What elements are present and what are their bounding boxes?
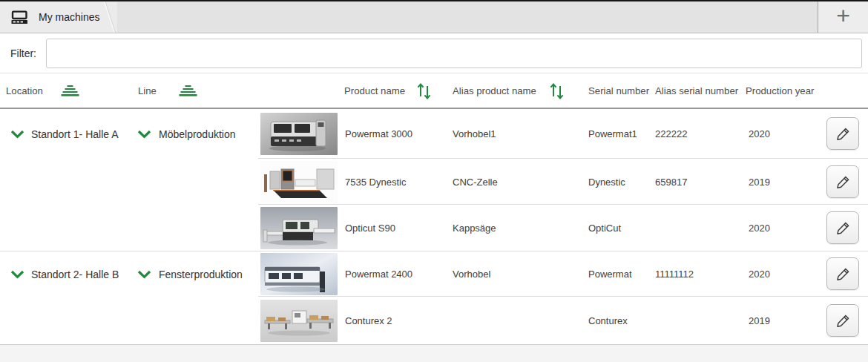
- table-row[interactable]: Conturex 2 Conturex 2019: [0, 297, 868, 344]
- serial-number-cell: OptiCut: [586, 223, 655, 234]
- machine-photo-conturex-2: [258, 300, 340, 342]
- my-machines-app: My machines + Filter: Location Line: [0, 0, 868, 362]
- line-chevron-down-icon[interactable]: [137, 130, 151, 139]
- product-name-cell: Conturex 2: [340, 315, 451, 326]
- edit-machine-button[interactable]: [826, 304, 859, 337]
- pencil-edit-icon: [835, 313, 851, 329]
- product-name-cell: Opticut S90: [340, 223, 451, 234]
- alias-serial-number-cell: 11111112: [655, 269, 746, 280]
- filter-label: Filter:: [10, 47, 36, 59]
- product-name-sort-up-down-icon[interactable]: [415, 81, 433, 101]
- column-header-line: Line: [138, 85, 157, 96]
- pencil-edit-icon: [835, 126, 851, 142]
- add-machine-button[interactable]: +: [829, 4, 858, 30]
- serial-number-cell: Powermat1: [586, 128, 655, 139]
- tab-label: My machines: [39, 11, 99, 23]
- edit-machine-button[interactable]: [826, 117, 859, 150]
- alias-product-name-cell: Vorhobel1: [451, 128, 586, 139]
- location-filter-lines-icon[interactable]: [61, 85, 79, 97]
- line-group-label: Fensterproduktion: [159, 269, 243, 280]
- pencil-edit-icon: [835, 266, 851, 282]
- pencil-edit-icon: [835, 174, 851, 190]
- location-group-label: Standort 1- Halle A: [31, 128, 119, 140]
- product-name-cell: Powermat 2400: [340, 269, 451, 280]
- alias-product-name-cell: Vorhobel: [451, 269, 586, 280]
- line-chevron-down-icon[interactable]: [137, 270, 151, 279]
- location-chevron-down-icon[interactable]: [10, 270, 24, 279]
- machine-photo-powermat-3000: [258, 113, 340, 155]
- edit-machine-button[interactable]: [826, 211, 859, 244]
- production-year-cell: 2019: [746, 315, 818, 326]
- add-machine-area: +: [818, 1, 868, 33]
- column-header-product-name: Product name: [344, 85, 405, 96]
- filter-input[interactable]: [46, 39, 862, 68]
- table-row[interactable]: Standort 2- Halle B Fensterproduktion: [0, 251, 868, 297]
- edit-machine-button[interactable]: [826, 165, 859, 198]
- table-header-row: Location Line: [0, 73, 868, 109]
- column-header-alias-product-name: Alias product name: [453, 85, 536, 96]
- product-name-cell: Powermat 3000: [340, 128, 451, 139]
- location-chevron-down-icon[interactable]: [10, 130, 24, 139]
- table-row[interactable]: Standort 1- Halle A Möbelproduktion: [0, 109, 868, 159]
- production-year-cell: 2020: [746, 223, 818, 234]
- alias-product-name-cell: Kappsäge: [451, 223, 586, 234]
- serial-number-cell: Conturex: [586, 315, 655, 326]
- machine-photo-powermat-2400: [258, 253, 340, 295]
- serial-number-cell: Powermat: [586, 269, 655, 280]
- production-year-cell: 2020: [746, 128, 818, 139]
- production-year-cell: 2019: [746, 177, 818, 188]
- machine-photo-opticut-s90: [258, 207, 340, 249]
- line-group-label: Möbelproduktion: [159, 128, 236, 140]
- location-group-label: Standort 2- Halle B: [31, 269, 119, 280]
- product-name-cell: 7535 Dynestic: [340, 177, 451, 188]
- tab-my-machines[interactable]: My machines: [0, 1, 117, 33]
- alias-product-name-sort-up-down-icon[interactable]: [548, 81, 565, 101]
- filter-row: Filter:: [0, 33, 868, 73]
- tab-bar: My machines +: [0, 1, 868, 33]
- edit-machine-button[interactable]: [826, 257, 859, 290]
- serial-number-cell: Dynestic: [586, 177, 655, 188]
- machine-photo-7535-dynestic: [258, 161, 340, 203]
- column-header-alias-serial-number: Alias serial number: [655, 85, 738, 96]
- line-filter-lines-icon[interactable]: [179, 85, 197, 97]
- column-header-location: Location: [6, 85, 43, 96]
- production-year-cell: 2020: [746, 269, 818, 280]
- table-row[interactable]: 7535 Dynestic CNC-Zelle Dynestic 659817 …: [0, 159, 868, 205]
- column-header-production-year: Production year: [746, 85, 814, 96]
- table-row[interactable]: Opticut S90 Kappsäge OptiCut 2020: [0, 205, 868, 251]
- machine-table-body: Standort 1- Halle A Möbelproduktion: [0, 109, 868, 344]
- footer-bar: [0, 344, 868, 362]
- alias-serial-number-cell: 659817: [655, 177, 746, 188]
- alias-serial-number-cell: 222222: [655, 128, 746, 139]
- column-header-serial-number: Serial number: [588, 85, 649, 96]
- machine-icon: [10, 10, 29, 24]
- alias-product-name-cell: CNC-Zelle: [451, 177, 586, 188]
- pencil-edit-icon: [835, 220, 851, 236]
